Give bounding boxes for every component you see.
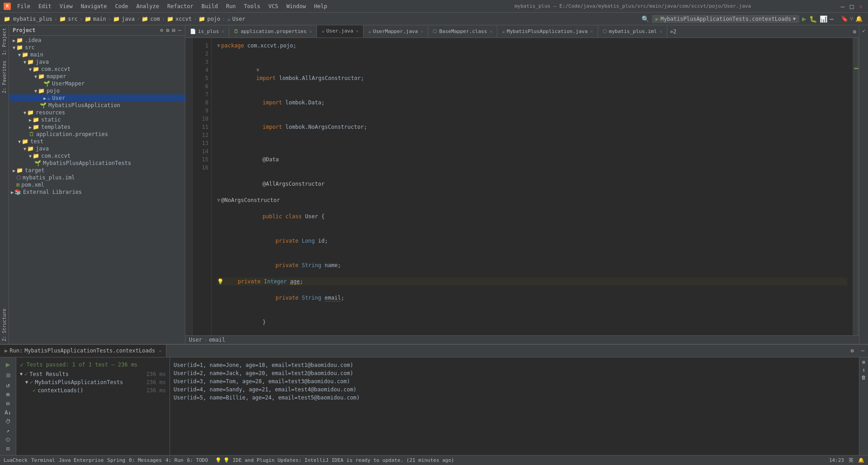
tab-close-iml[interactable]: ✕ — [660, 29, 662, 34]
menu-window[interactable]: Window — [283, 2, 309, 10]
run-config-selector[interactable]: ▶ MybatisPlusApplicationTests.contextLoa… — [652, 15, 799, 23]
breadcrumb-main[interactable]: main — [93, 16, 106, 22]
structure-tool-label[interactable]: Z: Structure — [1, 306, 8, 344]
code-content[interactable]: ▼ package com.xccvt.pojo; ▼ import lombo… — [212, 38, 853, 335]
favorites-tool-label[interactable]: 2: Favorites — [1, 58, 8, 96]
bottom-tool-todo[interactable]: 6: TODO — [187, 457, 208, 463]
bottom-tab-run[interactable]: ▶ Run: MybatisPlusApplicationTests.conte… — [0, 345, 166, 357]
bottom-tool-luacheck[interactable]: LuaCheck — [4, 457, 28, 463]
bottom-tool-run[interactable]: 4: Run — [165, 457, 184, 463]
bottom-tool-spring[interactable]: Spring — [107, 457, 125, 463]
run-rerun-button[interactable]: ↺ — [5, 380, 10, 390]
tree-item-usermapper[interactable]: 🌱 UserMapper — [9, 80, 185, 87]
tree-item-java2[interactable]: ▼ 📁 java — [9, 145, 185, 152]
close-button[interactable]: ✕ — [857, 3, 864, 10]
lang-indicator[interactable]: 英 — [849, 457, 854, 464]
menu-view[interactable]: View — [56, 2, 76, 10]
bottom-tool-javaent[interactable]: Java Enterprise — [59, 457, 104, 463]
tab-mybatis-iml[interactable]: ⬡ mybatis_plus.iml ✕ — [598, 25, 667, 38]
run-stop-button[interactable]: ⏹ — [4, 371, 12, 380]
run-button[interactable]: ▶ — [802, 14, 807, 23]
tab-is-plus[interactable]: 📄 is_plus ✕ — [185, 25, 229, 38]
menu-vcs[interactable]: VCS — [265, 2, 282, 10]
tab-user-java[interactable]: ☕ User.java ✕ — [317, 25, 363, 38]
sys-tray-1[interactable]: 🔔 — [858, 457, 864, 463]
bottom-right-icon-2[interactable]: ↕ — [862, 367, 865, 373]
debug-button[interactable]: 🐛 — [809, 15, 817, 23]
tree-item-com2[interactable]: ▼ 📁 com.xccvt — [9, 152, 185, 160]
tab-close-is-plus[interactable]: ✕ — [222, 29, 224, 34]
bottom-right-icon-3[interactable]: 🗑 — [861, 375, 866, 380]
tab-close-user-java[interactable]: ✕ — [356, 28, 359, 33]
run-test-expand-button[interactable]: ⊞ — [5, 390, 10, 399]
breadcrumb-user[interactable]: User — [232, 16, 245, 22]
tree-item-static[interactable]: ▶ 📁 static — [9, 116, 185, 123]
tree-item-test[interactable]: ▼ 📁 test — [9, 138, 185, 145]
breadcrumb-com[interactable]: com — [150, 16, 160, 22]
tab-close-usermapper[interactable]: ✕ — [420, 29, 423, 34]
breadcrumb-member[interactable]: email — [209, 337, 225, 343]
run-sort-dur-button[interactable]: ⏱ — [5, 418, 12, 426]
bottom-settings-icon[interactable]: ⚙ — [847, 348, 858, 354]
warning-bulb-13[interactable]: 💡 — [217, 277, 224, 286]
tree-item-iml[interactable]: ⬡ mybatis_plus.iml — [9, 174, 185, 181]
fold-icon-9[interactable]: ▼ — [217, 196, 220, 204]
collapse-all-icon[interactable]: ⊟ — [172, 27, 175, 33]
gear-icon[interactable]: ⚙ — [166, 27, 169, 33]
run-sort-alpha-button[interactable]: A↓ — [4, 409, 12, 417]
tab-app-props[interactable]: 🗒 application.properties ✕ — [229, 25, 317, 38]
breadcrumb-xccvt[interactable]: xccvt — [175, 16, 192, 22]
run-again-button[interactable]: ▶ — [5, 359, 11, 370]
menu-build[interactable]: Build — [198, 2, 222, 10]
tree-item-target[interactable]: ▶ 📁 target — [9, 167, 185, 174]
tree-item-src[interactable]: ▼ 📁 src — [9, 44, 185, 51]
menu-refactor[interactable]: Refactor — [164, 2, 197, 10]
tree-item-idea[interactable]: ▶ 📁 .idea — [9, 37, 185, 44]
tab-close-basemapper[interactable]: ✕ — [490, 29, 492, 34]
menu-run[interactable]: Run — [222, 2, 240, 10]
run-test-collapse-button[interactable]: ⊟ — [5, 399, 10, 408]
tree-item-com[interactable]: ▼ 📁 com.xccvt — [9, 66, 185, 73]
run-output[interactable]: User(id=1, name=Jone, age=18, email=test… — [170, 357, 859, 455]
tree-item-mybatistests[interactable]: 🌱 MybatisPlusApplicationTests — [9, 160, 185, 167]
search-everywhere-icon[interactable]: 🔍 — [642, 15, 649, 23]
scope-icon[interactable]: ⊙ — [160, 27, 163, 33]
breadcrumb-java[interactable]: java — [122, 16, 135, 22]
status-message-text[interactable]: 💡 IDE and Plugin Updates: IntelliJ IDEA … — [223, 457, 454, 463]
fold-marker-1[interactable] — [185, 76, 192, 84]
tree-item-user[interactable]: ▶ ☕ User — [9, 94, 185, 102]
bottom-tool-terminal[interactable]: Terminal — [31, 457, 55, 463]
menu-navigate[interactable]: Navigate — [77, 2, 111, 10]
tree-item-templates[interactable]: ▶ 📁 templates — [9, 123, 185, 131]
tree-item-resources[interactable]: ▼ 📁 resources — [9, 109, 185, 116]
fold-icon-3[interactable]: ▼ — [256, 67, 259, 73]
hide-icon[interactable]: — — [178, 27, 181, 33]
right-scroll-indicator[interactable] — [853, 38, 859, 335]
menu-edit[interactable]: Edit — [35, 2, 55, 10]
more-actions-button[interactable]: ⋯ — [830, 15, 834, 23]
run-item-mybatis[interactable]: ▼ ✓ MybatisPlusApplicationTests 236 ms — [16, 378, 170, 386]
tab-usermapper-java[interactable]: ☕ UserMapper.java ✕ — [363, 25, 428, 38]
menu-tools[interactable]: Tools — [241, 2, 264, 10]
minimize-button[interactable]: — — [839, 3, 846, 10]
menu-code[interactable]: Code — [112, 2, 132, 10]
run-history-button[interactable]: ⏲ — [5, 436, 12, 444]
tab-overflow[interactable]: »2 — [667, 25, 679, 38]
run-item-contextloads[interactable]: ✓ contextLoads() 236 ms — [16, 386, 170, 395]
project-tool-label[interactable]: 1: Project — [1, 25, 8, 58]
fold-icon-1[interactable]: ▼ — [217, 42, 220, 50]
menu-file[interactable]: File — [14, 2, 34, 10]
tab-mybatisapp-java[interactable]: ☕ MybatisPlusApplication.java ✕ — [497, 25, 598, 38]
breadcrumb-src[interactable]: src — [68, 16, 78, 22]
tree-item-pojo[interactable]: ▼ 📁 pojo — [9, 87, 185, 94]
tree-item-mybatisapp[interactable]: 🌱 MybatisPlusApplication — [9, 102, 185, 109]
tree-item-java[interactable]: ▼ 📁 java — [9, 58, 185, 66]
run-export-button[interactable]: ↗ — [5, 427, 10, 435]
bottom-tool-messages[interactable]: 0: Messages — [129, 457, 162, 463]
run-coverage-button[interactable]: 📊 — [820, 15, 827, 23]
tree-item-mapper[interactable]: ▼ 📁 mapper — [9, 73, 185, 80]
tree-item-appprops[interactable]: 🗒 application.properties — [9, 131, 185, 138]
tab-settings-icon[interactable]: ⚙ — [850, 25, 859, 38]
tab-close-mybatisapp[interactable]: ✕ — [590, 29, 593, 34]
tree-item-pom[interactable]: m pom.xml — [9, 181, 185, 188]
